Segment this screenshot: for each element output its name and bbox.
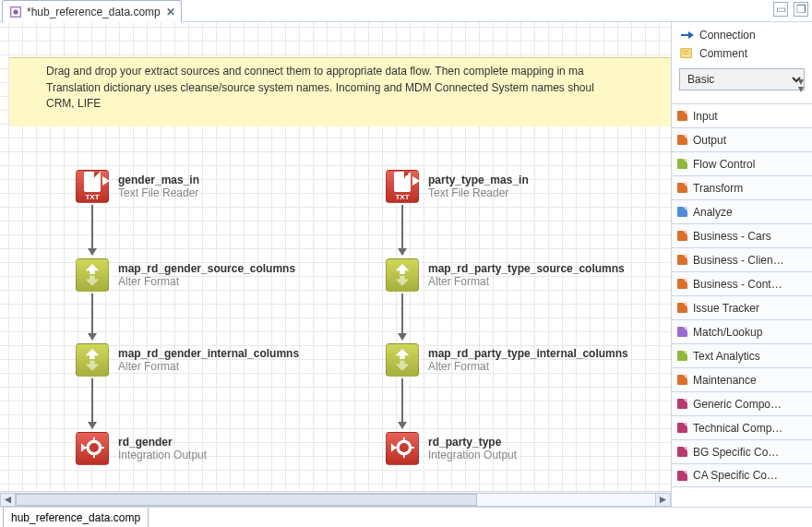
node-map_rd_gender_internal_columns[interactable]: map_rd_gender_internal_columns Alter For… — [76, 343, 299, 377]
svg-marker-15 — [396, 349, 410, 359]
integ-icon — [386, 432, 419, 465]
palette-category-input[interactable]: Input — [672, 103, 812, 127]
help-banner-line: Translation dictionary uses cleanse/sour… — [46, 80, 671, 95]
category-color-icon — [677, 423, 687, 433]
palette-category-label: Generic Compo… — [693, 398, 782, 411]
txt-icon: TXT — [76, 170, 109, 203]
palette-category-maintenance[interactable]: Maintenance — [672, 367, 812, 391]
horizontal-scrollbar[interactable]: ◄ ► — [0, 491, 671, 507]
flow-arrow — [91, 378, 93, 428]
file-comp-icon — [8, 5, 23, 19]
category-color-icon — [677, 255, 687, 265]
palette-category-label: BG Specific Co… — [693, 446, 779, 459]
palette-category-flow-control[interactable]: Flow Control — [672, 151, 812, 175]
palette-category-label: Technical Comp… — [693, 422, 782, 435]
svg-marker-13 — [396, 264, 410, 274]
palette-category-label: Transform — [693, 182, 743, 195]
node-name: map_rd_party_type_source_columns — [428, 262, 625, 275]
palette-category-technical-comp[interactable]: Technical Comp… — [672, 415, 812, 439]
scroll-right-button[interactable]: ► — [655, 493, 671, 507]
scrollbar-track[interactable] — [16, 493, 655, 507]
flow-arrow — [91, 205, 93, 255]
scrollbar-thumb[interactable] — [16, 494, 477, 506]
palette-category-label: Output — [693, 134, 726, 147]
maximize-button[interactable]: ❐ — [794, 2, 808, 17]
flow-arrow — [401, 205, 403, 255]
palette-category-analyze[interactable]: Analyze — [672, 199, 812, 223]
category-color-icon — [677, 447, 687, 457]
minimize-button[interactable]: ▭ — [773, 2, 788, 17]
palette-category-match-lookup[interactable]: Match/Lookup — [672, 319, 812, 343]
palette-category-bg-specific-co[interactable]: BG Specific Co… — [672, 439, 812, 463]
scroll-left-button[interactable]: ◄ — [0, 493, 16, 507]
svg-rect-23 — [411, 447, 414, 449]
palette-category-issue-tracker[interactable]: Issue Tracker — [672, 295, 812, 319]
palette-category-output[interactable]: Output — [672, 127, 812, 151]
svg-marker-14 — [396, 275, 410, 285]
node-name: party_type_mas_in — [428, 174, 529, 186]
svg-point-1 — [13, 9, 18, 14]
node-type: Alter Format — [428, 275, 625, 288]
category-color-icon — [677, 231, 687, 241]
svg-marker-3 — [86, 275, 100, 285]
alter-icon — [76, 258, 109, 292]
category-color-icon — [677, 327, 687, 337]
palette-category-ca-specific-co[interactable]: CA Specific Co… — [672, 463, 812, 487]
category-color-icon — [677, 375, 687, 385]
palette-item-connection[interactable]: Connection — [679, 28, 805, 42]
node-type: Text File Reader — [428, 186, 529, 199]
node-map_rd_party_type_internal_columns[interactable]: map_rd_party_type_internal_columns Alter… — [386, 343, 628, 377]
alter-icon — [386, 258, 419, 292]
palette-category-text-analytics[interactable]: Text Analytics — [672, 343, 812, 367]
editor-tab[interactable]: *hub_reference_data.comp ✕ — [2, 0, 182, 22]
integ-icon — [76, 432, 109, 465]
category-color-icon — [677, 135, 687, 145]
svg-marker-2 — [86, 264, 100, 274]
palette-filter-dropdown[interactable]: Basic — [679, 68, 805, 90]
bottom-tab[interactable]: hub_reference_data.comp — [3, 508, 149, 527]
palette-category-business-cont[interactable]: Business - Cont… — [672, 271, 812, 295]
close-icon[interactable]: ✕ — [166, 6, 175, 18]
palette-category-generic-compo[interactable]: Generic Compo… — [672, 391, 812, 415]
node-rd_gender[interactable]: rd_gender Integration Output — [76, 432, 207, 465]
svg-rect-9 — [93, 437, 95, 440]
node-type: Alter Format — [118, 275, 295, 288]
palette-category-business-clien[interactable]: Business - Clien… — [672, 247, 812, 271]
help-banner: Drag and drop your extract sources and c… — [9, 57, 671, 126]
palette-category-transform[interactable]: Transform — [672, 175, 812, 199]
diagram-canvas[interactable]: Drag and drop your extract sources and c… — [0, 22, 671, 507]
node-map_rd_party_type_source_columns[interactable]: map_rd_party_type_source_columns Alter F… — [386, 258, 625, 292]
category-color-icon — [677, 471, 687, 481]
connection-icon — [679, 28, 694, 42]
comment-icon — [679, 46, 694, 61]
category-color-icon — [677, 207, 687, 217]
editor-tabbar: *hub_reference_data.comp ✕ ▭ ❐ — [0, 0, 812, 22]
palette-category-label: Business - Clien… — [693, 254, 784, 267]
node-map_rd_gender_source_columns[interactable]: map_rd_gender_source_columns Alter Forma… — [76, 258, 295, 292]
node-type: Alter Format — [428, 360, 628, 373]
category-color-icon — [677, 399, 687, 409]
help-banner-line: Drag and drop your extract sources and c… — [46, 64, 671, 78]
node-party_type_mas_in[interactable]: TXT party_type_mas_in Text File Reader — [386, 170, 529, 203]
palette-category-label: Issue Tracker — [693, 302, 759, 315]
flow-arrow — [91, 293, 93, 340]
category-color-icon — [677, 111, 687, 121]
node-rd_party_type[interactable]: rd_party_type Integration Output — [386, 432, 517, 465]
palette-category-label: Match/Lookup — [693, 326, 762, 339]
svg-rect-22 — [394, 447, 398, 449]
palette-item-comment[interactable]: Comment — [679, 46, 805, 61]
txt-icon: TXT — [386, 170, 419, 203]
workspace: Drag and drop your extract sources and c… — [0, 22, 812, 507]
help-banner-line: CRM, LIFE — [41, 97, 671, 110]
node-name: map_rd_party_type_internal_columns — [428, 347, 628, 360]
category-color-icon — [677, 183, 687, 193]
palette-category-label: CA Specific Co… — [693, 469, 778, 482]
category-color-icon — [677, 159, 687, 169]
node-gender_mas_in[interactable]: TXT gender_mas_in Text File Reader — [76, 170, 199, 203]
node-name: rd_party_type — [428, 436, 517, 449]
palette-category-business-cars[interactable]: Business - Cars — [672, 223, 812, 247]
svg-marker-4 — [86, 349, 100, 359]
palette-category-label: Business - Cont… — [693, 278, 782, 291]
node-name: map_rd_gender_source_columns — [118, 262, 295, 275]
chevron-down-icon[interactable]: ▾▾ — [794, 78, 808, 93]
